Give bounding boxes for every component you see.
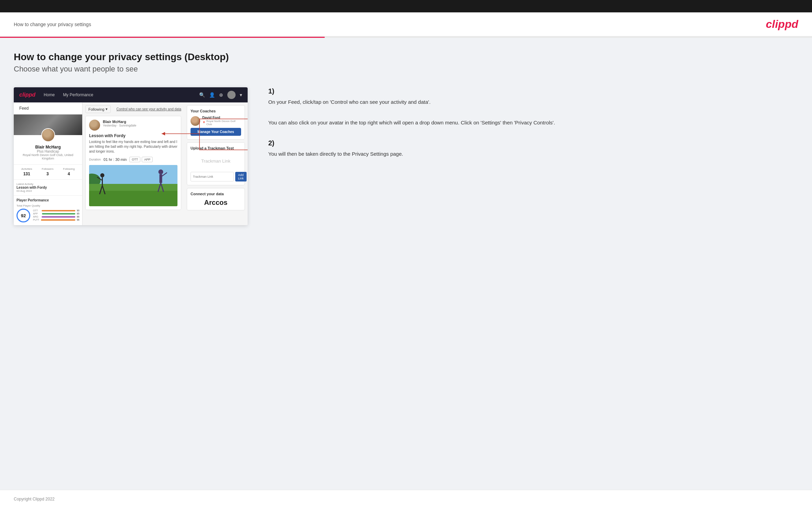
instruction-1-text: On your Feed, click/tap on 'Control who …	[268, 98, 798, 106]
header-title: How to change your privacy settings	[14, 22, 91, 27]
svg-point-11	[159, 169, 163, 174]
trackman-card: Upload a Trackman Test Trackman Link Add…	[187, 142, 245, 185]
instruction-2-text: You will then be taken directly to the P…	[268, 150, 798, 158]
instruction-2-number: 2)	[268, 139, 798, 147]
bar-putt-label: PUTT	[33, 219, 40, 221]
bar-putt-fill	[41, 219, 75, 221]
trackman-placeholder: Trackman Link	[191, 153, 241, 169]
bar-app-val: 85	[77, 212, 79, 215]
connect-title: Connect your data	[191, 192, 241, 196]
bar-app-label: APP	[33, 212, 41, 215]
feed-user-meta: Yesterday · Sunningdale	[103, 124, 136, 127]
avatar-inner	[42, 129, 54, 141]
bar-app-fill	[42, 213, 76, 214]
player-performance-title: Player Performance	[17, 198, 79, 202]
bar-putt: PUTT 96	[33, 219, 79, 221]
feed-badges: OTT APP	[129, 157, 153, 162]
bar-ott-label: OTT	[33, 209, 40, 212]
player-performance: Player Performance Total Player Quality …	[14, 195, 82, 225]
badge-ott: OTT	[129, 157, 140, 162]
latest-activity-date: 03 Aug 2022	[17, 189, 79, 192]
coach-club-name: Royal North Devon Golf Club	[206, 120, 241, 126]
bar-ott-fill	[42, 210, 76, 211]
nav-right: 🔍 👤 ⊕ ▾	[199, 91, 242, 99]
clippd-logo: clippd	[766, 18, 798, 31]
feed-card-desc: Looking to feel like my hands are exitin…	[89, 140, 177, 154]
instruction-2: 2) You will then be taken directly to th…	[268, 139, 798, 158]
profile-avatar	[41, 128, 55, 142]
search-icon: 🔍	[199, 92, 205, 98]
coach-info: David Ford 📍 Royal North Devon Golf Club	[202, 116, 241, 126]
svg-rect-5	[89, 191, 177, 206]
bar-ott-val: 90	[77, 209, 79, 212]
footer-text: Copyright Clippd 2022	[14, 497, 55, 502]
app-logo: clippd	[19, 92, 35, 98]
profile-banner	[14, 114, 82, 135]
nav-home: Home	[44, 92, 55, 97]
bar-arg: ARG 86	[33, 216, 79, 218]
feed-duration: Duration 01 hr : 30 min OTT APP	[89, 157, 177, 162]
trackman-title: Upload a Trackman Test	[191, 146, 241, 150]
site-footer: Copyright Clippd 2022	[0, 490, 812, 507]
svg-point-6	[100, 173, 105, 177]
app-feed: Following ▾ Control who can see your act…	[83, 102, 184, 225]
app-nav: clippd Home My Performance 🔍 👤 ⊕ ▾	[14, 87, 248, 102]
connect-data-card: Connect your data Arccos	[187, 188, 245, 210]
location-icon: 📍	[202, 121, 206, 124]
bar-putt-val: 96	[77, 219, 79, 221]
feed-user-name: Blair McHarg	[103, 120, 136, 124]
profile-club: Royal North Devon Golf Club, United King…	[17, 153, 79, 160]
bar-arg-label: ARG	[33, 216, 40, 218]
bar-arg-fill	[42, 216, 75, 218]
stat-following-label: Following	[63, 167, 75, 170]
trackman-input[interactable]	[191, 172, 234, 181]
add-icon: ⊕	[219, 92, 223, 98]
quality-bars: OTT 90 APP 85 ARG	[33, 209, 79, 222]
trackman-input-row: Add Link	[191, 172, 241, 181]
badge-app: APP	[142, 157, 153, 162]
coach-club: 📍 Royal North Devon Golf Club	[202, 120, 241, 126]
app-screenshot: clippd Home My Performance 🔍 👤 ⊕ ▾ Feed	[14, 87, 248, 225]
app-right-sidebar: Your Coaches David Ford 📍 Royal North De…	[184, 102, 248, 225]
feed-image	[89, 165, 177, 206]
stat-followers-value: 3	[46, 172, 49, 176]
person-icon: 👤	[209, 92, 215, 98]
instruction-1-extra: You can also click on your avatar in the…	[268, 119, 798, 127]
arccos-label: Arccos	[191, 199, 241, 207]
duration-value: 01 hr : 30 min	[104, 157, 127, 162]
nav-avatar[interactable]	[227, 91, 236, 99]
coach-avatar	[191, 116, 200, 126]
quality-row: 92 OTT 90 APP 85	[17, 209, 79, 222]
feed-user-avatar	[89, 120, 100, 131]
following-dropdown[interactable]: Following ▾	[85, 105, 111, 113]
app-sidebar: Feed Blair McHarg Plus Handicap Royal No…	[14, 102, 83, 225]
latest-activity-name: Lesson with Fordy	[17, 186, 79, 189]
main-content: How to change your privacy settings (Des…	[0, 38, 812, 490]
manage-coaches-button[interactable]: Manage Your Coaches	[191, 128, 241, 136]
coaches-title: Your Coaches	[191, 109, 241, 113]
bar-ott: OTT 90	[33, 209, 79, 212]
bar-arg-val: 86	[77, 216, 79, 218]
feed-tab[interactable]: Feed	[14, 102, 82, 114]
chevron-down-icon: ▾	[240, 92, 242, 98]
following-label: Following	[88, 107, 104, 111]
app-body: Feed Blair McHarg Plus Handicap Royal No…	[14, 102, 248, 225]
bar-app: APP 85	[33, 212, 79, 215]
control-privacy-link[interactable]: Control who can see your activity and da…	[117, 107, 181, 111]
coach-row: David Ford 📍 Royal North Devon Golf Club	[191, 116, 241, 126]
coaches-card: Your Coaches David Ford 📍 Royal North De…	[187, 105, 245, 140]
site-header: How to change your privacy settings clip…	[0, 12, 812, 37]
page-subheading: Choose what you want people to see	[14, 65, 798, 74]
profile-name: Blair McHarg	[17, 145, 79, 150]
total-quality-label: Total Player Quality	[17, 204, 79, 207]
profile-latest: Latest Activity Lesson with Fordy 03 Aug…	[14, 180, 82, 195]
duration-label: Duration	[89, 158, 101, 161]
nav-my-performance: My Performance	[63, 92, 93, 97]
stat-followers: Followers 3	[42, 167, 53, 177]
content-row: clippd Home My Performance 🔍 👤 ⊕ ▾ Feed	[14, 87, 798, 225]
stat-following-value: 4	[68, 172, 70, 176]
stat-following: Following 4	[63, 167, 75, 177]
chevron-icon: ▾	[106, 107, 108, 111]
add-link-button[interactable]: Add Link	[235, 172, 247, 181]
top-bar	[0, 0, 812, 12]
